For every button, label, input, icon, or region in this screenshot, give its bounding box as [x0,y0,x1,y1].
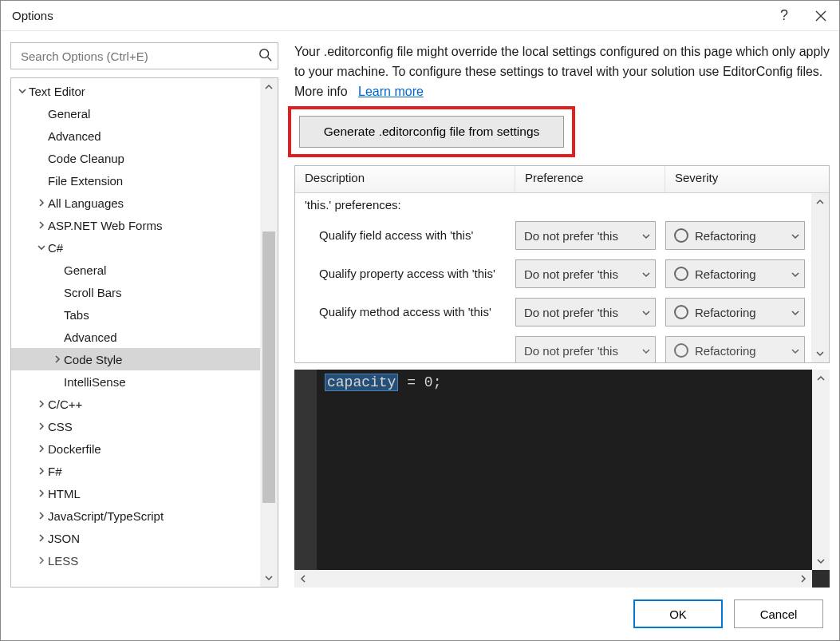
tree-label: JSON [48,532,80,545]
tree-item-less[interactable]: LESS [11,549,260,572]
tree-label: Scroll Bars [64,286,122,299]
scroll-right-icon[interactable] [795,570,812,588]
scroll-left-icon[interactable] [294,570,312,588]
tree-label: HTML [48,487,81,501]
pref-dropdown[interactable]: Do not prefer 'this [515,221,656,250]
tree-item-csharp-code-style[interactable]: Code Style [11,348,260,370]
scroll-thumb[interactable] [262,231,275,503]
search-input[interactable] [19,49,258,64]
chevron-right-icon [35,467,48,475]
tree-item-ccpp[interactable]: C/C++ [11,393,260,415]
tree-item-advanced[interactable]: Advanced [11,125,260,147]
code-vertical-scrollbar[interactable] [812,370,830,570]
help-button[interactable]: ? [766,1,803,31]
chevron-right-icon [35,534,48,542]
tree-item-text-editor[interactable]: Text Editor [11,80,260,102]
tree-label: CSS [48,420,73,433]
chevron-right-icon [35,489,48,497]
code-horizontal-scrollbar[interactable] [294,570,812,588]
severity-dropdown[interactable]: Refactoring [665,259,805,288]
scroll-corner [812,570,830,588]
svg-point-0 [260,49,269,57]
tree-label: Code Cleanup [48,152,124,165]
dialog-footer: OK Cancel [1,588,839,640]
col-description[interactable]: Description [295,166,515,192]
col-severity[interactable]: Severity [665,166,829,192]
tree-item-all-languages[interactable]: All Languages [11,192,260,214]
tree-item-asp-net[interactable]: ASP.NET Web Forms [11,214,260,236]
search-input-wrap[interactable] [10,42,278,69]
tree-item-code-cleanup[interactable]: Code Cleanup [11,147,260,169]
severity-dropdown[interactable]: Refactoring [665,221,805,250]
scroll-up-icon[interactable] [260,78,278,96]
col-preference[interactable]: Preference [515,166,665,192]
chevron-down-icon [791,344,799,358]
tree-item-general[interactable]: General [11,102,260,125]
dropdown-value: Do not prefer 'this [524,229,618,243]
code-gutter [294,370,317,570]
tree-item-js-ts[interactable]: JavaScript/TypeScript [11,504,260,527]
chevron-down-icon [642,267,650,281]
severity-dropdown[interactable]: Refactoring [665,298,805,326]
tree-label: Code Style [64,353,122,366]
ok-button[interactable]: OK [633,599,723,628]
chevron-down-icon [642,344,650,358]
scroll-down-icon[interactable] [811,345,829,362]
tree-item-file-extension[interactable]: File Extension [11,169,260,192]
chevron-down-icon [35,243,48,251]
dropdown-value: Refactoring [695,229,791,243]
code-style-table: Description Preference Severity 'this.' … [294,165,830,363]
severity-dropdown[interactable]: Refactoring [665,336,805,362]
close-button[interactable] [803,1,839,31]
tree-item-csharp-intellisense[interactable]: IntelliSense [11,370,260,393]
scroll-track[interactable] [312,570,795,588]
dropdown-value: Refactoring [695,306,791,319]
tree-item-csharp-advanced[interactable]: Advanced [11,326,260,348]
tree-scrollbar[interactable] [260,78,278,587]
tree-label: General [48,107,90,121]
settings-scrollbar[interactable] [811,193,829,362]
pref-desc: Qualify property access with 'this' [295,263,515,285]
tree-item-fsharp[interactable]: F# [11,460,260,482]
scroll-up-icon[interactable] [812,370,830,387]
table-header: Description Preference Severity [295,166,829,193]
code-preview: capacity = 0; [294,370,830,588]
tree-label: Advanced [48,129,101,143]
tree-item-dockerfile[interactable]: Dockerfile [11,437,260,460]
tree-item-csharp-scroll-bars[interactable]: Scroll Bars [11,281,260,303]
tree-label: IntelliSense [64,375,126,389]
chevron-right-icon [35,221,48,229]
code-content: capacity = 0; [317,370,812,570]
tree-label: All Languages [48,196,124,210]
cancel-button[interactable]: Cancel [734,599,823,628]
tree-item-html[interactable]: HTML [11,482,260,504]
scroll-track[interactable] [811,211,829,345]
pref-dropdown[interactable]: Do not prefer 'this [515,336,656,362]
tree-item-csharp-general[interactable]: General [11,259,260,281]
chevron-down-icon [791,229,799,243]
tree-item-csharp[interactable]: C# [11,236,260,259]
pref-dropdown[interactable]: Do not prefer 'this [515,298,656,326]
chevron-down-icon [642,306,650,319]
scroll-down-icon[interactable] [260,569,278,587]
scroll-track[interactable] [260,96,278,569]
severity-icon [674,267,688,281]
tree-label: LESS [48,554,78,568]
tree-label: JavaScript/TypeScript [48,509,164,523]
titlebar: Options ? [1,1,839,31]
search-icon [258,48,273,65]
tree-item-css[interactable]: CSS [11,415,260,437]
chevron-right-icon [35,556,48,564]
chevron-right-icon [51,355,64,363]
scroll-down-icon[interactable] [812,552,830,570]
learn-more-link[interactable]: Learn more [358,85,424,98]
chevron-down-icon [791,306,799,319]
scroll-track[interactable] [812,387,830,552]
chevron-right-icon [35,199,48,207]
tree-item-csharp-tabs[interactable]: Tabs [11,303,260,326]
pref-dropdown[interactable]: Do not prefer 'this [515,259,656,288]
tree-item-json[interactable]: JSON [11,527,260,549]
generate-editorconfig-button[interactable]: Generate .editorconfig file from setting… [299,116,564,148]
scroll-up-icon[interactable] [811,193,829,211]
pref-desc: Qualify method access with 'this' [295,301,515,323]
